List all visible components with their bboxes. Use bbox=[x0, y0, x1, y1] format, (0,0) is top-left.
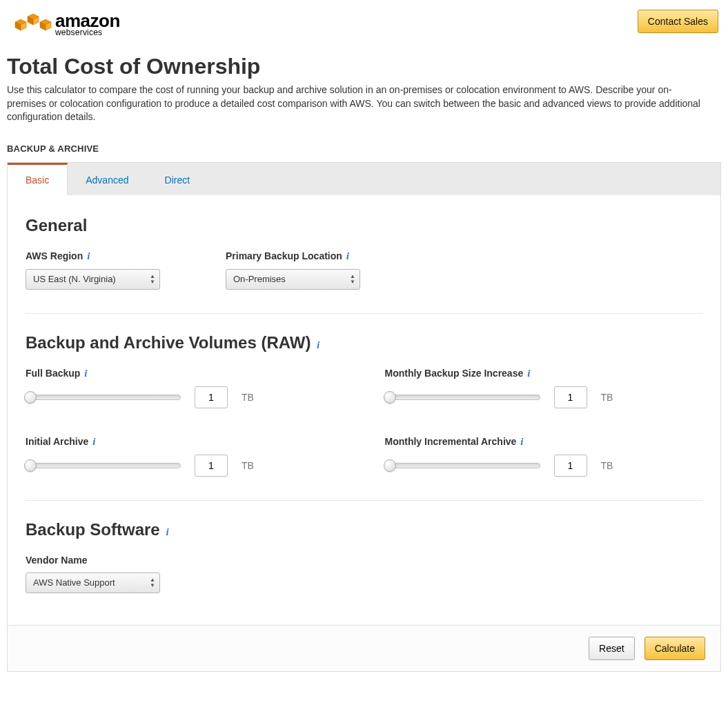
unit-label: TB bbox=[601, 392, 613, 403]
primary-backup-location-value: On-Premises bbox=[233, 274, 286, 284]
vendor-name-value: AWS Native Support bbox=[33, 577, 115, 588]
full-backup-input[interactable] bbox=[195, 386, 228, 408]
general-heading: General bbox=[26, 216, 702, 235]
primary-backup-location-select[interactable]: On-Premises ▲▼ bbox=[226, 269, 360, 290]
monthly-incremental-archive-label: Monthly Incremental Archive bbox=[385, 436, 517, 447]
full-backup-slider[interactable] bbox=[26, 391, 181, 404]
reset-button[interactable]: Reset bbox=[589, 637, 635, 660]
unit-label: TB bbox=[242, 392, 254, 403]
select-arrows-icon: ▲▼ bbox=[350, 274, 355, 285]
monthly-archive-input[interactable] bbox=[554, 455, 587, 477]
tab-direct[interactable]: Direct bbox=[147, 163, 208, 195]
view-tabs: Basic Advanced Direct bbox=[7, 162, 721, 195]
select-arrows-icon: ▲▼ bbox=[150, 577, 155, 588]
divider bbox=[26, 500, 702, 501]
backup-software-heading: Backup Software bbox=[26, 520, 160, 539]
select-arrows-icon: ▲▼ bbox=[150, 274, 155, 285]
monthly-archive-slider[interactable] bbox=[385, 459, 540, 472]
initial-archive-slider[interactable] bbox=[26, 459, 181, 472]
divider bbox=[26, 313, 702, 314]
aws-logo-icon bbox=[10, 10, 52, 39]
volumes-heading: Backup and Archive Volumes (RAW) bbox=[26, 333, 311, 352]
info-icon[interactable]: i bbox=[526, 368, 531, 379]
primary-backup-location-label: Primary Backup Location bbox=[226, 250, 342, 261]
aws-region-value: US East (N. Virginia) bbox=[33, 274, 116, 284]
monthly-backup-input[interactable] bbox=[554, 386, 587, 408]
info-icon[interactable]: i bbox=[83, 368, 88, 379]
aws-logo: amazon webservices bbox=[10, 10, 120, 39]
initial-archive-input[interactable] bbox=[195, 455, 228, 477]
unit-label: TB bbox=[601, 460, 613, 471]
vendor-name-select[interactable]: AWS Native Support ▲▼ bbox=[26, 573, 160, 593]
tab-advanced[interactable]: Advanced bbox=[68, 163, 146, 195]
info-icon[interactable]: i bbox=[86, 250, 91, 261]
aws-region-label: AWS Region bbox=[26, 250, 83, 261]
vendor-name-label: Vendor Name bbox=[26, 555, 184, 566]
full-backup-label: Full Backup bbox=[26, 368, 80, 379]
monthly-backup-slider[interactable] bbox=[385, 391, 540, 404]
section-backup-archive-label: BACKUP & ARCHIVE bbox=[7, 143, 721, 154]
tab-basic[interactable]: Basic bbox=[8, 163, 68, 195]
info-icon[interactable]: i bbox=[91, 436, 97, 447]
info-icon[interactable]: i bbox=[315, 339, 321, 350]
info-icon[interactable]: i bbox=[164, 526, 170, 537]
contact-sales-button[interactable]: Contact Sales bbox=[638, 10, 718, 33]
initial-archive-label: Initial Archive bbox=[26, 436, 88, 447]
info-icon[interactable]: i bbox=[519, 436, 524, 447]
aws-region-select[interactable]: US East (N. Virginia) ▲▼ bbox=[26, 269, 160, 290]
monthly-backup-increase-label: Monthly Backup Size Increase bbox=[385, 368, 524, 379]
info-icon[interactable]: i bbox=[345, 250, 351, 261]
logo-text-sub: webservices bbox=[55, 28, 120, 37]
unit-label: TB bbox=[242, 460, 254, 471]
page-description: Use this calculator to compare the cost … bbox=[7, 83, 711, 124]
page-title: Total Cost of Ownership bbox=[7, 54, 721, 79]
calculate-button[interactable]: Calculate bbox=[645, 637, 705, 660]
